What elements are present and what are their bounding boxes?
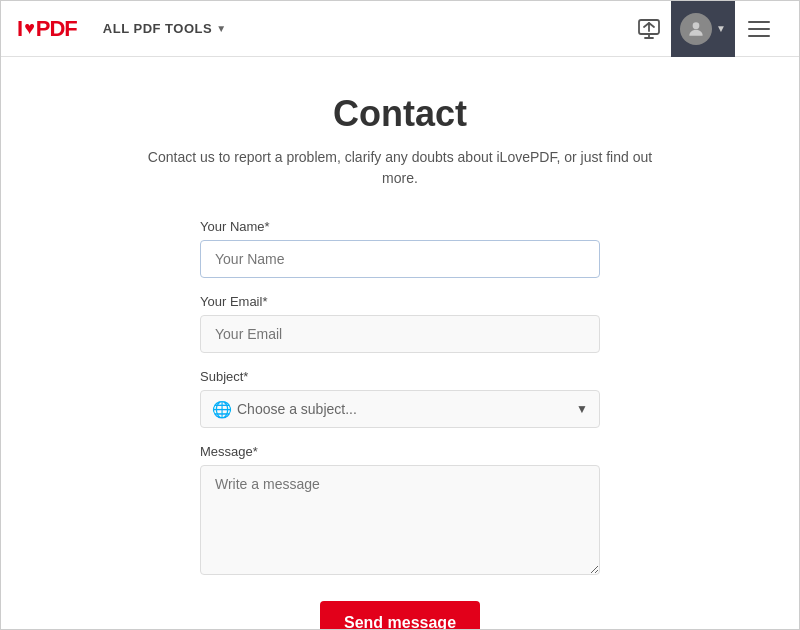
subject-field-group: Subject* 🌐 Choose a subject... General i… (200, 369, 600, 428)
email-field-group: Your Email* (200, 294, 600, 353)
message-label: Message* (200, 444, 600, 459)
message-field-group: Message* (200, 444, 600, 575)
avatar-chevron-icon: ▼ (716, 23, 726, 34)
tools-chevron-icon: ▼ (216, 23, 226, 34)
send-message-button[interactable]: Send message (320, 601, 480, 629)
hamburger-icon (744, 17, 774, 41)
all-pdf-tools-button[interactable]: ALL PDF TOOLS ▼ (95, 15, 235, 42)
nav-right: ▼ (627, 1, 783, 57)
contact-form: Your Name* Your Email* Subject* 🌐 Choose… (200, 219, 600, 629)
logo: I♥PDF (17, 16, 77, 42)
monitor-button[interactable] (627, 1, 671, 57)
logo-heart-icon: ♥ (24, 18, 34, 39)
svg-point-4 (693, 22, 700, 29)
logo-i: I (17, 16, 22, 42)
subject-label: Subject* (200, 369, 600, 384)
name-field-group: Your Name* (200, 219, 600, 278)
email-input[interactable] (200, 315, 600, 353)
user-avatar-button[interactable]: ▼ (671, 1, 735, 57)
email-label: Your Email* (200, 294, 600, 309)
navbar: I♥PDF ALL PDF TOOLS ▼ (1, 1, 799, 57)
avatar (680, 13, 712, 45)
main-content: Contact Contact us to report a problem, … (1, 57, 799, 629)
logo-pdf: PDF (36, 16, 77, 42)
name-label: Your Name* (200, 219, 600, 234)
page-title: Contact (333, 93, 467, 135)
message-textarea[interactable] (200, 465, 600, 575)
subject-select-wrapper: 🌐 Choose a subject... General inquiry Re… (200, 390, 600, 428)
subject-select[interactable]: Choose a subject... General inquiry Repo… (200, 390, 600, 428)
hamburger-menu-button[interactable] (735, 1, 783, 57)
page-frame: I♥PDF ALL PDF TOOLS ▼ (0, 0, 800, 630)
name-input[interactable] (200, 240, 600, 278)
all-pdf-tools-label: ALL PDF TOOLS (103, 21, 212, 36)
page-subtitle: Contact us to report a problem, clarify … (140, 147, 660, 189)
